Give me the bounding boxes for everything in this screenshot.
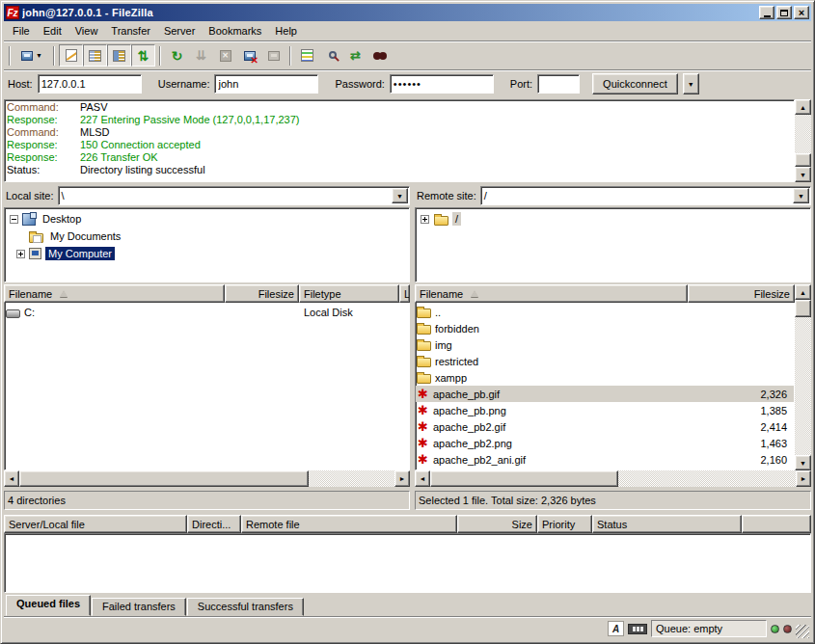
scroll-right-icon[interactable]: ► <box>796 470 811 487</box>
column-header-status[interactable]: Status <box>592 515 742 533</box>
file-row[interactable]: xampp <box>416 369 794 386</box>
file-row-selected[interactable]: ✱apache_pb.gif2,326 <box>416 386 794 402</box>
scrollbar-thumb[interactable] <box>19 470 309 487</box>
toggle-queue-button[interactable]: ⇅ <box>131 44 155 67</box>
remote-site-row: Remote site: / ▼ <box>415 184 811 207</box>
column-header-remote-file[interactable]: Remote file <box>241 515 457 533</box>
process-queue-button[interactable]: ⇊ <box>189 44 213 67</box>
minimize-button[interactable] <box>759 6 774 19</box>
collapse-icon[interactable] <box>10 215 18 224</box>
tab-queued-files[interactable]: Queued files <box>6 595 91 616</box>
scrollbar-thumb[interactable] <box>795 300 811 317</box>
file-row[interactable]: .. <box>416 304 794 320</box>
scroll-left-icon[interactable]: ◄ <box>4 470 19 487</box>
column-header-priority[interactable]: Priority <box>537 515 592 533</box>
file-row[interactable]: ✱apache_pb2.png1,463 <box>416 435 794 451</box>
toggle-message-log-button[interactable] <box>59 44 83 67</box>
column-header-direction[interactable]: Directi... <box>187 515 241 533</box>
ascii-datatype-icon[interactable]: A <box>608 621 624 636</box>
menu-edit[interactable]: Edit <box>37 23 68 39</box>
scrollbar-thumb[interactable] <box>430 470 618 487</box>
toggle-local-tree-button[interactable] <box>83 44 107 67</box>
combo-dropdown-button[interactable]: ▼ <box>793 188 809 203</box>
menu-view[interactable]: View <box>68 23 105 39</box>
file-row-c-drive[interactable]: C: Local Disk <box>5 304 409 320</box>
file-row[interactable]: ✱apache_pb2.gif2,414 <box>416 418 794 435</box>
scroll-left-icon[interactable]: ◄ <box>415 470 430 487</box>
scrollbar-track[interactable] <box>618 470 796 487</box>
toolbar-separator <box>289 46 291 66</box>
password-input[interactable] <box>390 74 494 94</box>
column-header-filetype[interactable]: Filetype <box>299 284 399 303</box>
tree-item-my-computer[interactable]: My Computer <box>7 245 409 262</box>
maximize-button[interactable] <box>776 6 792 19</box>
disconnect-button[interactable]: ✕ <box>237 44 261 67</box>
local-tree-icon <box>89 50 101 62</box>
column-header-server-local-file[interactable]: Server/Local file <box>4 515 187 533</box>
menu-bookmarks[interactable]: Bookmarks <box>202 23 268 39</box>
menu-file[interactable]: File <box>6 23 37 39</box>
expand-icon[interactable] <box>16 250 25 258</box>
remote-directory-tree: / <box>415 207 811 282</box>
filter-button[interactable] <box>295 44 319 67</box>
local-site-combobox[interactable]: \ ▼ <box>58 186 410 205</box>
local-list-header: Filename Filesize Filetype L <box>4 284 410 303</box>
resize-grip[interactable] <box>796 625 809 638</box>
column-header-last-modified[interactable]: L <box>399 284 410 303</box>
remote-site-combobox[interactable]: / ▼ <box>480 186 811 205</box>
column-header-filename[interactable]: Filename <box>4 284 225 303</box>
directory-comparison-button[interactable] <box>319 44 343 67</box>
tab-successful-transfers[interactable]: Successful transfers <box>187 598 304 616</box>
scrollbar-track[interactable] <box>795 115 811 153</box>
remote-horizontal-scrollbar[interactable]: ◄ ► <box>415 470 811 487</box>
filter-icon <box>301 49 313 62</box>
column-header-filesize[interactable]: Filesize <box>225 284 299 303</box>
log-vertical-scrollbar[interactable]: ▲ ▼ <box>795 99 811 182</box>
local-horizontal-scrollbar[interactable]: ◄ ► <box>4 470 410 487</box>
close-button[interactable]: × <box>794 6 809 19</box>
column-header-size[interactable]: Size <box>457 515 537 533</box>
scroll-up-icon[interactable]: ▲ <box>795 99 811 115</box>
file-row[interactable]: ✱apache_pb2_ani.gif2,160 <box>416 451 794 468</box>
site-manager-button[interactable]: ▼ <box>14 44 49 67</box>
menu-server[interactable]: Server <box>157 23 202 39</box>
scrollbar-track[interactable] <box>309 470 394 487</box>
file-row[interactable]: img <box>416 336 794 353</box>
file-row[interactable]: ✱apache_pb.png1,385 <box>416 402 794 418</box>
synchronized-browsing-button[interactable]: ⇄ <box>343 44 367 67</box>
menu-help[interactable]: Help <box>268 23 304 39</box>
refresh-button[interactable]: ↻ <box>165 44 189 67</box>
port-input[interactable] <box>537 74 580 94</box>
scroll-right-icon[interactable]: ► <box>394 470 410 487</box>
tab-failed-transfers[interactable]: Failed transfers <box>92 598 186 616</box>
cancel-icon: ✕ <box>220 50 231 62</box>
tree-item-root[interactable]: / <box>418 210 810 228</box>
tree-item-desktop[interactable]: Desktop <box>7 210 409 228</box>
remote-file-list: Filename Filesize .. forbidden img restr… <box>415 284 811 487</box>
remote-list-header: Filename Filesize <box>415 284 795 303</box>
column-header-filename[interactable]: Filename <box>415 284 688 303</box>
remote-vertical-scrollbar[interactable]: ▲ ▼ <box>795 284 811 470</box>
column-header-filesize[interactable]: Filesize <box>688 284 795 303</box>
reconnect-button[interactable] <box>261 44 285 67</box>
scrollbar-track[interactable] <box>795 317 811 455</box>
column-header-empty[interactable] <box>742 515 811 533</box>
username-input[interactable] <box>214 74 318 94</box>
connection-indicator-icon[interactable] <box>628 624 647 634</box>
scroll-down-icon[interactable]: ▼ <box>795 167 811 182</box>
toggle-remote-tree-button[interactable] <box>107 44 131 67</box>
quickconnect-dropdown-button[interactable]: ▼ <box>683 73 699 94</box>
quickconnect-button[interactable]: Quickconnect <box>592 73 678 94</box>
find-files-button[interactable] <box>367 44 392 67</box>
file-row[interactable]: forbidden <box>416 320 794 336</box>
scroll-down-icon[interactable]: ▼ <box>795 455 811 470</box>
tree-item-my-documents[interactable]: My Documents <box>7 228 409 245</box>
scrollbar-thumb[interactable] <box>795 153 811 167</box>
cancel-operation-button[interactable]: ✕ <box>213 44 237 67</box>
host-input[interactable] <box>38 74 142 94</box>
combo-dropdown-button[interactable]: ▼ <box>392 188 408 203</box>
scroll-up-icon[interactable]: ▲ <box>795 284 811 300</box>
file-row[interactable]: restricted <box>416 353 794 369</box>
expand-icon[interactable] <box>421 215 429 224</box>
menu-transfer[interactable]: Transfer <box>104 23 157 39</box>
